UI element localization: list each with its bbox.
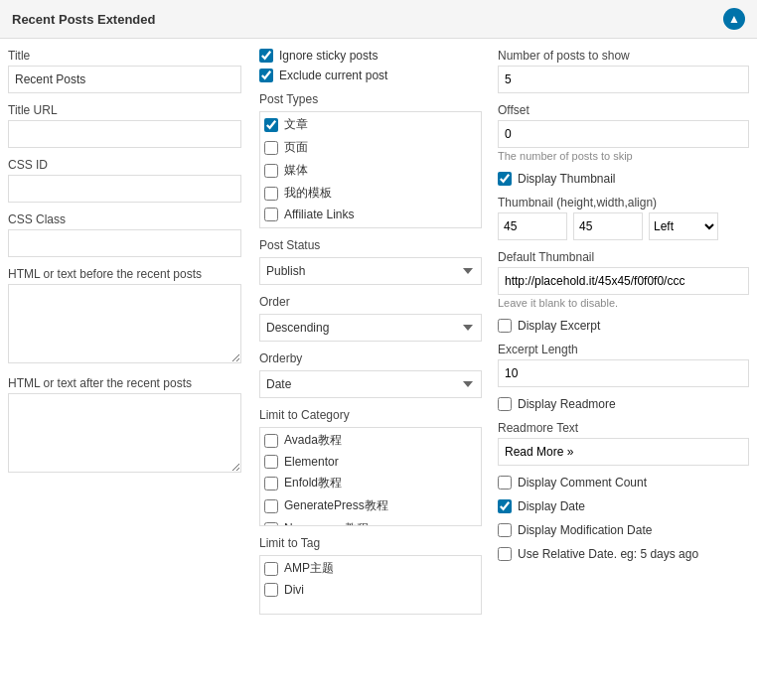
post-type-checkbox-1[interactable] — [264, 141, 278, 155]
use-relative-date-checkbox[interactable] — [498, 547, 512, 561]
list-item: Enfold教程 — [264, 475, 477, 491]
list-item: Divi — [264, 583, 477, 597]
list-item: 页面 — [264, 139, 477, 156]
category-checkbox-0[interactable] — [264, 434, 278, 448]
limit-category-group: Limit to Category Avada教程 Elementor Enfo… — [259, 408, 482, 526]
readmore-text-input[interactable] — [498, 438, 749, 466]
title-input[interactable] — [8, 66, 241, 93]
display-date-row: Display Date — [498, 499, 749, 513]
post-types-list[interactable]: 文章 页面 媒体 我的模板 Affiliate Links — [259, 111, 482, 228]
default-thumbnail-label: Default Thumbnail — [498, 250, 749, 264]
thumbnail-size-label: Thumbnail (height,width,align) — [498, 196, 749, 210]
category-list[interactable]: Avada教程 Elementor Enfold教程 GeneratePress… — [259, 427, 482, 526]
post-type-checkbox-4[interactable] — [264, 208, 278, 221]
default-thumbnail-hint: Leave it blank to disable. — [498, 297, 749, 309]
thumbnail-width-input[interactable] — [573, 212, 643, 240]
excerpt-length-group: Excerpt Length — [498, 343, 749, 387]
display-excerpt-checkbox[interactable] — [498, 319, 512, 333]
widget-header: Recent Posts Extended ▲ — [0, 0, 757, 39]
display-readmore-row: Display Readmore — [498, 397, 749, 411]
display-modification-date-row: Display Modification Date — [498, 523, 749, 537]
mid-column: Ignore sticky posts Exclude current post… — [251, 49, 490, 625]
use-relative-date-group: Use Relative Date. eg: 5 days ago — [498, 547, 749, 561]
thumbnail-align-select[interactable]: Left Right Center — [649, 212, 718, 240]
num-posts-group: Number of posts to show — [498, 49, 749, 93]
post-type-label-1: 页面 — [284, 139, 308, 156]
post-types-group: Post Types 文章 页面 媒体 我的模板 — [259, 92, 482, 228]
title-field-group: Title — [8, 49, 241, 93]
list-item: 我的模板 — [264, 185, 477, 202]
html-before-field-group: HTML or text before the recent posts — [8, 267, 241, 366]
display-readmore-checkbox[interactable] — [498, 397, 512, 411]
tag-checkbox-1[interactable] — [264, 583, 278, 597]
list-item: 文章 — [264, 116, 477, 133]
ignore-sticky-group: Ignore sticky posts Exclude current post — [259, 49, 482, 82]
exclude-current-row: Exclude current post — [259, 69, 482, 82]
html-after-label: HTML or text after the recent posts — [8, 376, 241, 390]
use-relative-date-row: Use Relative Date. eg: 5 days ago — [498, 547, 749, 561]
offset-label: Offset — [498, 103, 749, 117]
collapse-button[interactable]: ▲ — [723, 8, 745, 30]
post-type-label-2: 媒体 — [284, 162, 308, 179]
post-type-checkbox-0[interactable] — [264, 118, 278, 132]
title-url-field-group: Title URL — [8, 103, 241, 148]
post-type-label-3: 我的模板 — [284, 185, 332, 202]
left-column: Title Title URL CSS ID CSS Class HTML or… — [8, 49, 251, 625]
limit-tag-group: Limit to Tag AMP主题 Divi — [259, 536, 482, 615]
orderby-select[interactable]: Date Title Modified Random Comment Count… — [259, 370, 482, 398]
post-type-label-0: 文章 — [284, 116, 308, 133]
ignore-sticky-checkbox[interactable] — [259, 49, 273, 63]
widget-body: Title Title URL CSS ID CSS Class HTML or… — [0, 39, 757, 634]
default-thumbnail-group: Default Thumbnail Leave it blank to disa… — [498, 250, 749, 309]
css-class-input[interactable] — [8, 229, 241, 257]
html-after-input[interactable] — [8, 393, 241, 473]
list-item: Avada教程 — [264, 432, 477, 449]
tag-list[interactable]: AMP主题 Divi — [259, 555, 482, 615]
excerpt-length-label: Excerpt Length — [498, 343, 749, 356]
thumbnail-height-input[interactable] — [498, 212, 567, 240]
thumbnail-size-row: Left Right Center — [498, 212, 749, 240]
post-status-select[interactable]: Publish Draft Private — [259, 257, 482, 285]
list-item: Elementor — [264, 455, 477, 469]
category-label-3: GeneratePress教程 — [284, 497, 388, 514]
html-before-input[interactable] — [8, 284, 241, 363]
category-checkbox-3[interactable] — [264, 499, 278, 513]
display-comment-count-row: Display Comment Count — [498, 476, 749, 490]
css-id-input[interactable] — [8, 175, 241, 203]
order-label: Order — [259, 295, 482, 309]
title-url-label: Title URL — [8, 103, 241, 117]
excerpt-length-input[interactable] — [498, 359, 749, 387]
display-date-checkbox[interactable] — [498, 499, 512, 513]
display-modification-date-checkbox[interactable] — [498, 523, 512, 537]
default-thumbnail-input[interactable] — [498, 267, 749, 295]
category-label-2: Enfold教程 — [284, 475, 342, 491]
display-readmore-label: Display Readmore — [518, 397, 616, 411]
category-checkbox-4[interactable] — [264, 522, 278, 527]
category-checkbox-2[interactable] — [264, 477, 278, 490]
display-date-label: Display Date — [518, 499, 585, 513]
offset-input[interactable] — [498, 120, 749, 148]
post-type-checkbox-3[interactable] — [264, 187, 278, 201]
tag-checkbox-0[interactable] — [264, 562, 278, 576]
limit-category-label: Limit to Category — [259, 408, 482, 422]
readmore-text-label: Readmore Text — [498, 421, 749, 435]
post-type-label-4: Affiliate Links — [284, 208, 354, 221]
order-select[interactable]: Descending Ascending — [259, 314, 482, 342]
display-comment-count-checkbox[interactable] — [498, 476, 512, 490]
ignore-sticky-row: Ignore sticky posts — [259, 49, 482, 63]
num-posts-input[interactable] — [498, 66, 749, 93]
css-class-label: CSS Class — [8, 212, 241, 226]
display-thumbnail-checkbox[interactable] — [498, 172, 512, 186]
display-excerpt-row: Display Excerpt — [498, 319, 749, 333]
tag-label-0: AMP主题 — [284, 560, 334, 577]
exclude-current-checkbox[interactable] — [259, 69, 273, 82]
order-group: Order Descending Ascending — [259, 295, 482, 342]
num-posts-label: Number of posts to show — [498, 49, 749, 63]
display-comment-count-group: Display Comment Count — [498, 476, 749, 490]
post-type-checkbox-2[interactable] — [264, 164, 278, 178]
html-before-label: HTML or text before the recent posts — [8, 267, 241, 281]
title-label: Title — [8, 49, 241, 63]
category-checkbox-1[interactable] — [264, 455, 278, 469]
post-status-label: Post Status — [259, 238, 482, 252]
title-url-input[interactable] — [8, 120, 241, 148]
